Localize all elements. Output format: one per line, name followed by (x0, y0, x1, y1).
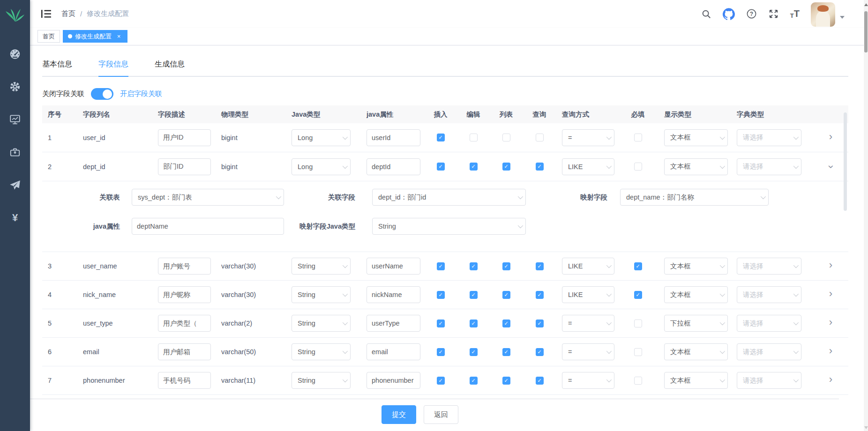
query-mode-select[interactable]: LIKE (562, 158, 614, 175)
required-checkbox[interactable] (634, 320, 642, 327)
breadcrumb-home[interactable]: 首页 (61, 9, 75, 18)
avatar[interactable] (811, 2, 835, 27)
display-type-select[interactable]: 文本框 (664, 372, 728, 389)
query-checkbox[interactable] (536, 320, 544, 327)
page-scrollbar-thumb[interactable] (864, 11, 868, 52)
java-attr-input[interactable] (367, 258, 420, 275)
expand-row-toggle[interactable]: › (829, 260, 832, 270)
query-mode-select[interactable]: = (562, 129, 614, 146)
github-icon[interactable] (723, 8, 735, 20)
related-field-select[interactable]: dept_id：部门id (372, 189, 526, 206)
display-type-select[interactable]: 文本框 (664, 258, 728, 275)
related-table-select[interactable]: sys_dept：部门表 (132, 189, 284, 206)
java-type-select[interactable]: Long (292, 129, 351, 146)
field-comment-input[interactable] (158, 372, 211, 389)
java-attr-input[interactable] (367, 286, 420, 303)
expand-java-attr-input[interactable] (132, 218, 284, 235)
sidebar-item-dashboard[interactable] (0, 37, 30, 70)
insert-checkbox[interactable] (437, 291, 445, 299)
required-checkbox[interactable] (634, 134, 642, 141)
tag-home[interactable]: 首页 (37, 30, 60, 43)
query-checkbox[interactable] (536, 262, 544, 270)
query-mode-select[interactable]: = (562, 372, 614, 389)
field-comment-input[interactable] (158, 343, 211, 360)
query-checkbox[interactable] (536, 348, 544, 356)
help-icon[interactable]: ? (746, 8, 757, 19)
tab-basic-info[interactable]: 基本信息 (42, 59, 72, 77)
tab-gen-info[interactable]: 生成信息 (155, 59, 185, 77)
tag-current-page[interactable]: 修改生成配置 × (63, 30, 127, 43)
java-type-select[interactable]: Long (292, 158, 351, 175)
java-type-select[interactable]: String (292, 372, 351, 389)
sidebar-item-pay[interactable]: ¥ (0, 201, 30, 234)
edit-checkbox[interactable] (470, 291, 478, 299)
field-comment-input[interactable] (158, 129, 211, 146)
insert-checkbox[interactable] (437, 134, 445, 141)
expand-row-toggle[interactable]: › (829, 132, 832, 142)
font-size-icon[interactable]: TT (790, 8, 800, 19)
list-checkbox[interactable] (502, 377, 510, 385)
mapped-java-type-select[interactable]: String (372, 218, 526, 235)
insert-checkbox[interactable] (437, 262, 445, 270)
page-scrollbar[interactable] (864, 0, 868, 431)
edit-checkbox[interactable] (470, 348, 478, 356)
list-checkbox[interactable] (502, 163, 510, 171)
scroll-up-arrow[interactable] (864, 3, 868, 6)
java-type-select[interactable]: String (292, 258, 351, 275)
expand-row-toggle[interactable]: › (829, 317, 832, 327)
java-attr-input[interactable] (367, 158, 420, 175)
display-type-select[interactable]: 文本框 (664, 158, 728, 175)
java-attr-input[interactable] (367, 372, 420, 389)
field-comment-input[interactable] (158, 258, 211, 275)
dict-type-select[interactable]: 请选择 (737, 129, 801, 146)
required-checkbox[interactable] (634, 163, 642, 171)
query-checkbox[interactable] (536, 291, 544, 299)
edit-checkbox[interactable] (470, 320, 478, 327)
expand-row-toggle[interactable]: › (825, 165, 836, 168)
query-mode-select[interactable]: LIKE (562, 258, 614, 275)
search-icon[interactable] (701, 9, 711, 19)
insert-checkbox[interactable] (437, 377, 445, 385)
insert-checkbox[interactable] (437, 163, 445, 171)
field-comment-input[interactable] (158, 158, 211, 175)
required-checkbox[interactable] (634, 291, 642, 299)
fold-menu-icon[interactable] (41, 9, 51, 18)
list-checkbox[interactable] (502, 262, 510, 270)
dict-type-select[interactable]: 请选择 (737, 158, 801, 175)
list-checkbox[interactable] (502, 134, 510, 141)
list-checkbox[interactable] (502, 320, 510, 327)
required-checkbox[interactable] (634, 348, 642, 356)
list-checkbox[interactable] (502, 348, 510, 356)
insert-checkbox[interactable] (437, 320, 445, 327)
expand-row-toggle[interactable]: › (829, 289, 832, 299)
dict-type-select[interactable]: 请选择 (737, 315, 801, 332)
sidebar-item-tool[interactable] (0, 136, 30, 169)
display-type-select[interactable]: 文本框 (664, 286, 728, 303)
java-type-select[interactable]: String (292, 315, 351, 332)
mapped-field-select[interactable]: dept_name：部门名称 (620, 189, 769, 206)
sidebar-item-guide[interactable] (0, 169, 30, 201)
field-comment-input[interactable] (158, 315, 211, 332)
scroll-down-arrow[interactable] (864, 426, 868, 429)
display-type-select[interactable]: 文本框 (664, 129, 728, 146)
query-checkbox[interactable] (536, 163, 544, 171)
required-checkbox[interactable] (634, 262, 642, 270)
expand-row-toggle[interactable]: › (829, 346, 832, 356)
required-checkbox[interactable] (634, 377, 642, 385)
query-mode-select[interactable]: LIKE (562, 286, 614, 303)
tab-field-info[interactable]: 字段信息 (98, 59, 128, 77)
edit-checkbox[interactable] (470, 163, 478, 171)
list-checkbox[interactable] (502, 291, 510, 299)
sidebar-item-monitor[interactable] (0, 103, 30, 136)
java-attr-input[interactable] (367, 343, 420, 360)
display-type-select[interactable]: 下拉框 (664, 315, 728, 332)
query-mode-select[interactable]: = (562, 315, 614, 332)
dict-type-select[interactable]: 请选择 (737, 258, 801, 275)
table-scrollbar-thumb[interactable] (844, 112, 847, 211)
fullscreen-icon[interactable] (768, 8, 779, 19)
tag-close-icon[interactable]: × (115, 33, 122, 40)
sidebar-item-system[interactable] (0, 70, 30, 103)
insert-checkbox[interactable] (437, 348, 445, 356)
back-button[interactable]: 返回 (424, 405, 458, 424)
edit-checkbox[interactable] (470, 377, 478, 385)
